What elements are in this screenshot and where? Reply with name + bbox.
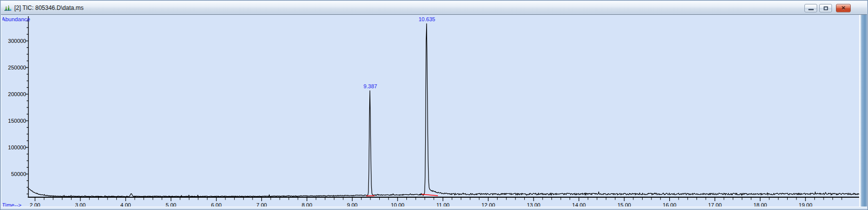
tic-signal-trace	[29, 23, 860, 197]
window-titlebar: [2] TIC: 805346.D\data.ms ✕	[1, 1, 867, 15]
y-tick-label: 50000	[11, 171, 26, 177]
minimize-icon	[808, 9, 814, 10]
restore-button[interactable]	[819, 4, 832, 12]
chromatogram-window: 500001000001500002000002500003000002.003…	[0, 0, 868, 210]
y-tick-label: 200000	[8, 91, 26, 97]
integration-baseline	[422, 194, 438, 196]
chromatogram-icon	[4, 4, 12, 12]
peak-rt-label: 9.387	[363, 83, 377, 89]
close-button[interactable]: ✕	[836, 4, 851, 12]
window-frame-bottom	[1, 207, 867, 209]
y-axis-title: Abundance	[1, 16, 30, 22]
chromatogram-plot[interactable]: 500001000001500002000002500003000002.003…	[0, 0, 868, 210]
y-tick-label: 250000	[8, 65, 26, 70]
window-frame-left	[1, 15, 2, 209]
window-frame-right	[859, 15, 867, 209]
y-tick-label: 300000	[8, 38, 26, 44]
window-title: [2] TIC: 805346.D\data.ms	[14, 4, 84, 11]
y-tick-label: 150000	[8, 118, 26, 124]
minimize-button[interactable]	[804, 4, 817, 12]
restore-icon	[824, 6, 828, 10]
y-tick-label: 100000	[8, 144, 26, 150]
close-icon: ✕	[841, 5, 845, 11]
peak-rt-label: 10.635	[419, 16, 435, 22]
